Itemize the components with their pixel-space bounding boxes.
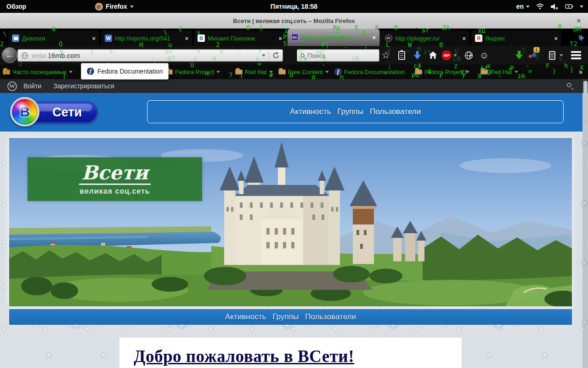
bookmarks-toolbar: Часто посещаемые Fedora Project Red Hat …	[0, 64, 588, 79]
folder-icon	[3, 69, 10, 75]
chevron-down-icon	[269, 71, 273, 73]
nav-link-groups[interactable]: Группы	[337, 107, 363, 116]
app-menu[interactable]: Firefox	[95, 3, 134, 11]
download-icon[interactable]	[412, 50, 423, 61]
url-dropdown-chevron-icon[interactable]	[262, 54, 266, 57]
site-favicon: W	[105, 34, 112, 42]
window-close-button[interactable]: ×	[577, 13, 581, 29]
url-bar[interactable]: vnsv. 16mb.com	[17, 49, 283, 62]
back-button[interactable]: ←	[2, 47, 17, 63]
reload-icon[interactable]	[272, 52, 279, 59]
home-icon[interactable]	[427, 50, 438, 61]
firefox-icon	[95, 3, 103, 11]
bookmark-fedora-documentation-highlighted[interactable]: f Fedora Documentation	[81, 63, 169, 80]
tab-iplogger[interactable]: IPL http://iplogger.ru/ ×	[381, 30, 469, 46]
nav-link-groups[interactable]: Группы	[272, 312, 299, 322]
iplogger-favicon: IPL	[385, 34, 392, 42]
activities-button[interactable]: Обзор	[6, 3, 26, 10]
screen: Обзор Firefox Пятница, 18:58 en Все	[0, 0, 588, 368]
chevron-down-icon	[526, 6, 530, 8]
hero-banner: Всети великая соц.сеть	[9, 138, 572, 306]
tab-vipcms[interactable]: W http://vipcms.org/541 ×	[101, 30, 192, 46]
yandex-favicon: Я	[475, 34, 482, 42]
bookmark-fedora-project[interactable]: Fedora Project	[165, 64, 220, 79]
volume-muted-icon[interactable]	[550, 3, 559, 10]
session-manager-icon[interactable]: 1	[527, 50, 538, 61]
globe-icon	[21, 52, 28, 59]
chat-icon	[12, 34, 19, 42]
scrollbar-thumb[interactable]	[583, 81, 588, 121]
bookmark-most-visited[interactable]: Часто посещаемые	[3, 64, 73, 79]
tab-yandex[interactable]: Я Яндекс ×	[471, 30, 561, 46]
chevron-down-icon	[514, 71, 518, 73]
bookmark-label: Fedora Project	[175, 69, 214, 75]
bookmark-label: Red Hat	[490, 69, 512, 75]
adblock-chevron-icon[interactable]	[452, 50, 458, 61]
globe-edit-icon[interactable]	[463, 50, 474, 61]
site-header: Сети В Активность Группы Пользователи	[0, 93, 582, 132]
system-menu-chevron-icon[interactable]	[580, 6, 583, 8]
bookmark-label: Часто посещаемые	[12, 69, 67, 75]
new-tab-button[interactable]: +	[578, 32, 584, 44]
search-bar[interactable]	[297, 49, 379, 62]
welcome-card: Добро пожаловать в ВСети!	[119, 337, 462, 368]
scrollbar-track[interactable]	[582, 79, 588, 368]
list-addon-icon[interactable]	[547, 50, 558, 61]
tab-close-icon[interactable]: ×	[462, 35, 466, 42]
chevron-down-icon	[325, 71, 329, 73]
tab-close-icon[interactable]: ×	[372, 34, 376, 41]
adblock-plus-icon[interactable]: ABP	[441, 50, 452, 61]
register-link[interactable]: Зарегистрироваться	[53, 82, 114, 90]
search-input[interactable]	[307, 52, 362, 59]
clipboard-icon[interactable]	[396, 50, 407, 61]
chevron-down-icon	[69, 71, 73, 73]
bookmark-fedora-project-2[interactable]: Fedora Project	[415, 64, 469, 79]
vseti-favicon: ВС	[291, 34, 299, 41]
navigation-toolbar: ← vnsv. 16mb.com ☆ ABP ☺	[0, 46, 588, 64]
smiley-icon[interactable]: ☺	[479, 50, 490, 61]
bookmark-label: Fedora Project	[424, 69, 464, 75]
bookmark-star-icon[interactable]: ☆	[380, 50, 391, 61]
toolbar-chevron-icon[interactable]	[559, 50, 564, 61]
tab-close-icon[interactable]: ×	[92, 35, 96, 42]
bookmark-red-hat[interactable]: Red Hat	[235, 64, 273, 79]
folder-icon	[481, 69, 488, 75]
keyboard-layout-label: en	[516, 3, 524, 10]
logo-circle-icon: В	[10, 97, 40, 126]
admin-search-icon[interactable]	[567, 83, 571, 87]
clock[interactable]: Пятница, 18:58	[271, 3, 317, 10]
video-download-icon[interactable]	[514, 50, 525, 61]
bookmark-red-hat-2[interactable]: Red Hat	[481, 64, 518, 79]
tab-vk-profile[interactable]: В Михаил Пахолюк ×	[194, 30, 286, 46]
menu-hamburger-icon[interactable]	[571, 50, 582, 61]
site-logo[interactable]: Сети В	[10, 96, 98, 127]
wordpress-admin-bar: W Войти Зарегистрироваться	[0, 79, 588, 93]
nav-link-users[interactable]: Пользователи	[305, 312, 356, 322]
window-title-bar[interactable]: Всети | великая соц.сеть – Mozilla Firef…	[0, 13, 588, 29]
bookmarks-overflow-chevron[interactable]: »	[579, 64, 582, 79]
nav-link-users[interactable]: Пользователи	[370, 107, 421, 116]
wifi-icon[interactable]	[536, 3, 544, 10]
logo-letter: В	[20, 104, 30, 120]
nav-link-activity[interactable]: Активность	[225, 312, 266, 322]
bookmark-fedora-documentation[interactable]: f Fedora Documentation	[334, 64, 405, 79]
keyboard-layout-indicator[interactable]: en	[516, 3, 530, 10]
tab-vseti-active[interactable]: ВС Всети | великая со... ×	[288, 29, 379, 46]
tab-bar: Диалоги × W http://vipcms.org/541 × В Ми…	[0, 29, 588, 46]
tab-close-icon[interactable]: ×	[185, 35, 188, 42]
nav-link-activity[interactable]: Активность	[290, 107, 331, 116]
battery-icon[interactable]	[565, 4, 573, 9]
hero-title-box: Всети великая соц.сеть	[28, 157, 202, 201]
wordpress-logo-icon[interactable]: W	[7, 81, 17, 91]
hero-subtitle: великая соц.сеть	[79, 187, 150, 196]
url-prefix: vnsv.	[32, 52, 47, 59]
tab-close-icon[interactable]: ×	[278, 35, 282, 42]
app-menu-label: Firefox	[106, 3, 127, 10]
tab-dialogs[interactable]: Диалоги ×	[8, 30, 99, 46]
folder-icon	[415, 69, 422, 75]
url-host: 16mb.com	[48, 52, 80, 59]
bookmark-free-content[interactable]: Free Content	[278, 64, 329, 79]
login-link[interactable]: Войти	[23, 82, 41, 90]
tab-close-icon[interactable]: ×	[554, 35, 558, 42]
vk-favicon: В	[198, 34, 205, 42]
